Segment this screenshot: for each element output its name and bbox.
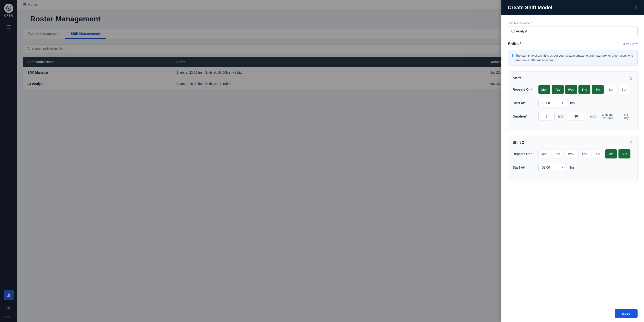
model-name-label: Shift Model Name *: [508, 22, 638, 25]
shift-2-card: Shift 2 🗑 Repeats On* Mon Tue Wed Thu Fr…: [508, 136, 638, 181]
shift-1-delete-icon[interactable]: 🗑: [629, 76, 633, 80]
shift-2-day-thu[interactable]: Thu: [578, 149, 590, 158]
shift-1-day-wed[interactable]: Wed: [565, 85, 577, 94]
shift-1-title: Shift 1: [513, 76, 524, 80]
shift-1-time-select-wrap: 18:00 ▼: [538, 99, 566, 108]
drawer-footer: Save: [502, 305, 644, 322]
shift-2-day-sat[interactable]: Sat: [605, 149, 617, 158]
shift-1-day-sun[interactable]: Sun: [618, 85, 630, 94]
shift-1-day-thu[interactable]: Thu: [578, 85, 590, 94]
shift-1-day-mon[interactable]: Mon: [538, 85, 550, 94]
shift-2-start-row: Start At* 08:00 ▼ hrs: [513, 163, 633, 172]
shift-1-ends-label: Ends at: 02:30hrs: [602, 113, 622, 120]
shift-1-card: Shift 1 🗑 Repeats On* Mon Tue Wed Thu Fr…: [508, 71, 638, 130]
shift-1-duration-hr-input[interactable]: [538, 112, 554, 121]
shift-1-ends-extra: (+1 day): [624, 113, 633, 120]
shift-1-duration-row: Duration* hr(s) min(s) Ends at: 02:30hrs…: [513, 112, 633, 121]
save-button[interactable]: Save: [615, 309, 638, 318]
shift-1-repeats-label: Repeats On*: [513, 88, 536, 91]
shift-2-start-select[interactable]: 08:00: [538, 163, 566, 172]
shift-1-day-buttons: Mon Tue Wed Thu Fri Sat Sun: [538, 85, 630, 94]
drawer-title: Create Shift Model: [508, 4, 552, 10]
shift-2-hrs-label: hrs: [570, 166, 574, 169]
hr-unit-label: hr(s): [558, 115, 564, 118]
shift-1-day-fri[interactable]: Fri: [592, 85, 604, 94]
min-unit-label: min(s): [588, 115, 596, 118]
shift-1-repeats-row: Repeats On* Mon Tue Wed Thu Fri Sat Sun: [513, 85, 633, 94]
drawer-body: Shift Model Name * Shifts * Add Shift ℹ …: [502, 15, 644, 305]
model-name-input[interactable]: [508, 26, 638, 36]
shift-1-start-row: Start At* 18:00 ▼ hrs: [513, 99, 633, 108]
shift-1-duration-label: Duration*: [513, 114, 536, 118]
shift-2-repeats-row: Repeats On* Mon Tue Wed Thu Fri Sat Sun: [513, 149, 633, 158]
shift-1-header: Shift 1 🗑: [513, 76, 633, 80]
shift-1-day-sat[interactable]: Sat: [605, 85, 617, 94]
shift-2-day-fri[interactable]: Fri: [592, 149, 604, 158]
close-button[interactable]: ×: [634, 4, 638, 10]
shift-2-day-tue[interactable]: Tue: [552, 149, 564, 158]
shift-2-header: Shift 2 🗑: [513, 140, 633, 145]
shift-1-duration-min-input[interactable]: [568, 112, 584, 121]
shift-1-start-select[interactable]: 18:00: [538, 99, 566, 108]
create-shift-model-drawer: Create Shift Model × Shift Model Name * …: [502, 0, 644, 322]
shifts-section-header: Shifts * Add Shift: [508, 42, 638, 46]
shifts-section-title: Shifts *: [508, 42, 522, 46]
model-name-field: Shift Model Name *: [508, 22, 638, 36]
shift-2-day-mon[interactable]: Mon: [538, 149, 550, 158]
info-icon: ℹ: [512, 54, 513, 62]
shift-2-day-wed[interactable]: Wed: [565, 149, 577, 158]
shift-1-day-tue[interactable]: Tue: [552, 85, 564, 94]
shift-2-start-label: Start At*: [513, 166, 536, 169]
shift-2-day-sun[interactable]: Sun: [618, 149, 630, 158]
shift-2-delete-icon[interactable]: 🗑: [629, 140, 633, 145]
shift-2-title: Shift 2: [513, 140, 524, 145]
shift-2-day-buttons: Mon Tue Wed Thu Fri Sat Sun: [538, 149, 630, 158]
drawer-header: Create Shift Model ×: [502, 0, 644, 15]
shift-1-hrs-label: hrs: [570, 101, 574, 105]
timezone-info-box: ℹ The start time of a shift is as per yo…: [508, 50, 638, 66]
shift-2-time-select-wrap: 08:00 ▼: [538, 163, 566, 172]
shift-2-repeats-label: Repeats On*: [513, 152, 536, 156]
shift-1-start-label: Start At*: [513, 101, 536, 105]
info-text: The start time of a shift is as per your…: [516, 53, 634, 62]
add-shift-button[interactable]: Add Shift: [623, 42, 638, 46]
